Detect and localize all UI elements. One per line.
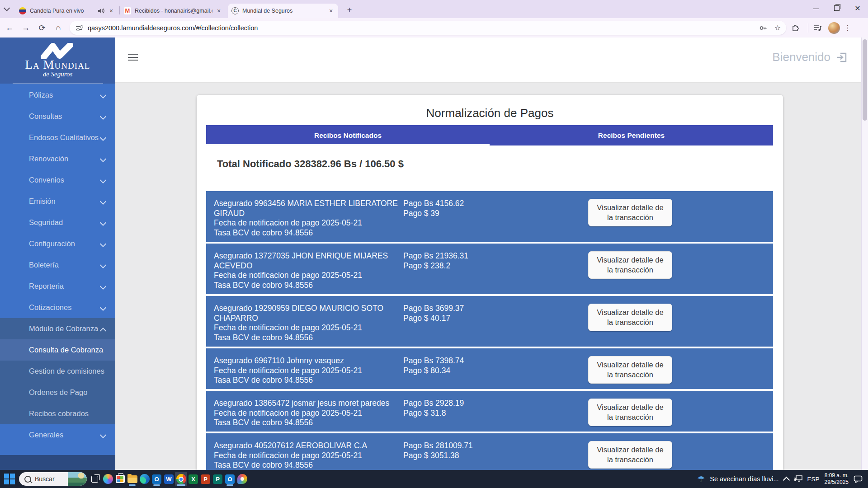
paint-icon[interactable]: [236, 472, 248, 486]
word-icon[interactable]: W: [163, 472, 175, 486]
scrollbar-thumb[interactable]: [863, 39, 867, 121]
sidebar-item-reporteria[interactable]: Reporteria: [0, 276, 115, 297]
tab-close-icon[interactable]: ×: [108, 7, 115, 14]
sidebar-item-modulo-cobranza[interactable]: Módulo de Cobranza: [0, 318, 115, 339]
copilot-icon[interactable]: [102, 472, 114, 486]
mundial-favicon: C: [231, 7, 239, 14]
pago-bs: Pago Bs 3699.37: [403, 304, 464, 314]
sidebar-item-renovacion[interactable]: Renovación: [0, 148, 115, 169]
url-text[interactable]: qasys2000.lamundialdeseguros.com/#/colle…: [88, 24, 757, 32]
asegurado-name: Asegurado 405207612 AEROBOLIVAR C.A: [214, 441, 401, 451]
browser-tab-gmail[interactable]: M Recibidos - honanairis@gmail.c ×: [120, 4, 226, 18]
receipt-row: Asegurado 13865472 josmar jesus moret pa…: [206, 391, 773, 432]
chevron-down-icon: [100, 198, 106, 205]
minimize-button[interactable]: —: [806, 0, 826, 16]
hamburger-menu-icon[interactable]: [128, 54, 138, 61]
visualizar-detalle-button[interactable]: Visualizar detalle de la transacción: [588, 441, 672, 469]
pago-bs: Pago Bs 281009.71: [403, 441, 473, 451]
sidebar-item-boleteria[interactable]: Boletería: [0, 254, 115, 276]
tasa-bcv: Tasa BCV de cobro 94.8556: [214, 375, 401, 385]
outlook-icon[interactable]: O: [151, 472, 163, 486]
pago-usd: Pago $ 80.34: [403, 366, 464, 376]
sidebar-item-cotizaciones[interactable]: Cotizaciones: [0, 297, 115, 318]
visualizar-detalle-button[interactable]: Visualizar detalle de la transacción: [588, 304, 672, 331]
forward-button[interactable]: →: [19, 21, 33, 35]
fecha-notificacion: Fecha de notificacion de pago 2025-05-21: [214, 451, 401, 461]
tab-close-icon[interactable]: ×: [327, 7, 335, 14]
taskbar-clock[interactable]: 8:09 a. m. 29/5/2025: [825, 472, 849, 486]
page-scrollbar[interactable]: [861, 38, 868, 470]
back-button[interactable]: ←: [3, 21, 16, 35]
sidebar-item-gestion-comisiones[interactable]: Gestion de comisiones: [0, 361, 115, 382]
visualizar-detalle-button[interactable]: Visualizar detalle de la transacción: [588, 251, 672, 279]
welcome-text: Bienvenido: [772, 50, 830, 64]
sidebar-item-seguridad[interactable]: Seguridad: [0, 212, 115, 233]
tray-chevron-up-icon[interactable]: [783, 476, 790, 483]
pago-usd: Pago $ 40.17: [403, 314, 464, 324]
file-explorer-icon[interactable]: [126, 472, 138, 486]
window-close-button[interactable]: ✕: [847, 0, 868, 16]
app-header: Bienvenido: [115, 38, 861, 83]
visualizar-detalle-button[interactable]: Visualizar detalle de la transacción: [588, 199, 672, 226]
excel-icon[interactable]: X: [187, 472, 199, 486]
media-controls-icon[interactable]: [812, 22, 824, 34]
tab-title: Recibidos - honanairis@gmail.c: [135, 8, 212, 14]
gmail-favicon: M: [124, 7, 131, 14]
sidebar-item-configuracion[interactable]: Configuración: [0, 233, 115, 254]
extensions-puzzle-icon[interactable]: [790, 22, 802, 34]
sidebar-item-recibos-cobrados[interactable]: Recibos cobrados: [0, 403, 115, 424]
browser-tab-mundial-active[interactable]: C Mundial de Seguros ×: [228, 4, 338, 18]
restore-button[interactable]: [826, 0, 847, 16]
password-key-icon[interactable]: [757, 22, 769, 34]
fecha-notificacion: Fecha de notificacion de pago 2025-05-21: [214, 218, 401, 228]
task-view-icon[interactable]: [90, 472, 102, 486]
edge-icon[interactable]: [138, 472, 151, 486]
weather-text[interactable]: Se avecinan días lluvi...: [710, 475, 778, 483]
browser-tab-candela[interactable]: Candela Pura en vivo ×: [15, 4, 118, 18]
tab-audio-icon[interactable]: [98, 8, 105, 14]
microsoft-store-icon[interactable]: [114, 472, 126, 486]
system-tray: ☂ Se avecinan días lluvi... ESP 8:09 a. …: [697, 472, 868, 486]
sidebar: La Mundial de Seguros Pólizas Consultas …: [0, 38, 115, 470]
sidebar-item-polizas[interactable]: Pólizas: [0, 84, 115, 106]
network-icon[interactable]: [794, 475, 802, 483]
notifications-icon[interactable]: [854, 475, 863, 483]
address-bar[interactable]: qasys2000.lamundialdeseguros.com/#/colle…: [70, 21, 786, 35]
logout-icon[interactable]: [836, 52, 849, 63]
language-indicator[interactable]: ESP: [807, 476, 820, 483]
sidebar-item-emision[interactable]: Emisión: [0, 191, 115, 212]
tab-recibos-pendientes[interactable]: Recibos Pendientes: [490, 125, 773, 145]
visualizar-detalle-button[interactable]: Visualizar detalle de la transacción: [588, 356, 672, 384]
bookmark-star-icon[interactable]: ☆: [772, 22, 783, 34]
profile-avatar[interactable]: [828, 22, 840, 34]
company-logo: La Mundial de Seguros: [0, 38, 115, 84]
chevron-down-icon: [100, 283, 106, 290]
start-button-icon[interactable]: [4, 473, 15, 485]
sidebar-item-consulta-cobranza[interactable]: Consulta de Cobranza: [0, 339, 115, 361]
sidebar-item-generales[interactable]: Generales: [0, 424, 115, 446]
search-placeholder: Buscar: [35, 475, 68, 483]
toolbar-separator: [808, 23, 808, 33]
weather-umbrella-icon[interactable]: ☂: [697, 474, 705, 484]
reload-button[interactable]: ⟳: [35, 21, 49, 35]
sidebar-item-ordenes-pago[interactable]: Ordenes de Pago: [0, 382, 115, 403]
taskbar-search-input[interactable]: Buscar: [19, 472, 87, 486]
sidebar-item-endosos[interactable]: Endosos Cualitativos: [0, 127, 115, 148]
visualizar-detalle-button[interactable]: Visualizar detalle de la transacción: [588, 399, 672, 426]
logo-tagline: de Seguros: [43, 70, 73, 78]
site-settings-icon[interactable]: [76, 24, 83, 32]
active-tab-indicator: [206, 144, 490, 145]
home-button[interactable]: ⌂: [52, 21, 65, 35]
sidebar-item-convenios[interactable]: Convenios: [0, 169, 115, 191]
sidebar-item-consultas[interactable]: Consultas: [0, 106, 115, 127]
new-tab-button[interactable]: +: [344, 5, 355, 16]
browser-menu-kebab-icon[interactable]: ⋮: [842, 22, 854, 34]
chrome-icon[interactable]: [175, 472, 187, 486]
tab-search-chevron-icon[interactable]: [5, 5, 14, 14]
tab-recibos-notificados[interactable]: Recibos Notificados: [206, 125, 490, 145]
tab-close-icon[interactable]: ×: [215, 7, 222, 14]
search-icon: [24, 476, 31, 483]
outlook-new-icon[interactable]: O: [224, 472, 236, 486]
powerpoint-icon[interactable]: P: [199, 472, 212, 486]
publisher-icon[interactable]: P: [212, 472, 224, 486]
